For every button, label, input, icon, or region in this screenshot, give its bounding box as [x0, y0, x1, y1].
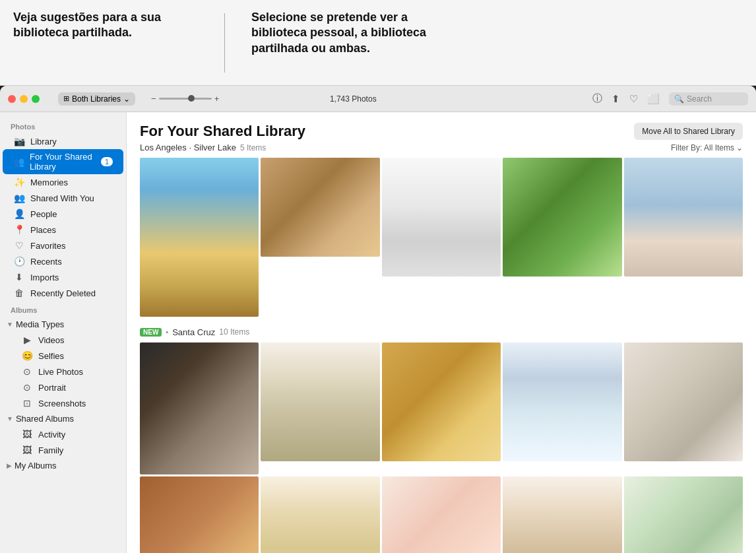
sidebar-item-library[interactable]: 📷 Library [3, 133, 123, 149]
sidebar-item-for-shared-library[interactable]: 👥 For Your Shared Library 1 [3, 149, 123, 174]
sidebar-imports-label: Imports [30, 273, 59, 282]
sidebar-item-imports[interactable]: ⬇ Imports [3, 269, 123, 285]
traffic-lights [8, 95, 40, 103]
sidebar-recents-label: Recents [30, 257, 62, 267]
shared-albums-chevron: ▼ [7, 415, 13, 422]
places-icon: 📍 [13, 224, 25, 235]
search-box[interactable]: 🔍 Search [669, 92, 748, 106]
tooltip-area: Veja sugestões para a sua biblioteca par… [0, 0, 756, 86]
filter-chevron: ⌄ [736, 143, 743, 152]
sidebar-group-media-types[interactable]: ▼ Media Types [0, 317, 126, 332]
sidebar-selfies-label: Selfies [38, 351, 64, 361]
photo-item[interactable] [140, 342, 259, 474]
screenshots-icon: ⊡ [21, 398, 33, 408]
section1-count: 5 Items [240, 143, 266, 152]
heart-icon[interactable]: ♡ [629, 93, 638, 105]
filter-selector[interactable]: Filter By: All Items ⌄ [671, 143, 743, 152]
photo-item[interactable] [624, 342, 743, 461]
sidebar-item-places[interactable]: 📍 Places [3, 222, 123, 238]
photo-item[interactable] [261, 158, 379, 257]
sidebar-item-portrait[interactable]: ⊙ Portrait [3, 379, 123, 395]
zoom-slider[interactable] [159, 98, 212, 100]
sidebar-item-activity[interactable]: 🖼 Activity [3, 426, 123, 442]
section2-label: NEW • Santa Cruz 10 Items [140, 327, 743, 337]
photo-grid-section2-row2 [140, 476, 743, 553]
section2-count: 10 Items [219, 327, 249, 337]
sidebar-item-people[interactable]: 👤 People [3, 206, 123, 222]
photo-item[interactable] [382, 476, 501, 553]
photo-item[interactable] [140, 476, 259, 553]
section2-location: Santa Cruz [172, 327, 215, 337]
people-icon: 👤 [13, 209, 25, 219]
content-panel: For Your Shared Library Move All to Shar… [127, 112, 756, 553]
sidebar-shared-with-you-label: Shared With You [30, 193, 94, 203]
recently-deleted-icon: 🗑 [13, 288, 25, 298]
photo-item[interactable] [261, 342, 379, 461]
imports-icon: ⬇ [13, 272, 25, 282]
sidebar-people-label: People [30, 209, 57, 219]
photo-item[interactable] [382, 342, 501, 461]
shared-albums-label: Shared Albums [16, 414, 74, 424]
close-button[interactable] [8, 95, 16, 103]
library-selector[interactable]: ⊞ Both Libraries ⌄ [58, 92, 135, 106]
activity-icon: 🖼 [21, 429, 33, 439]
sidebar-group-my-albums[interactable]: ▶ My Albums [0, 458, 126, 473]
sidebar-group-shared-albums[interactable]: ▼ Shared Albums [0, 411, 126, 426]
tooltip-right: Selecione se pretende ver a biblioteca p… [251, 10, 436, 56]
photo-count: 1,743 Photos [330, 94, 377, 104]
sidebar-favorites-label: Favorites [30, 241, 65, 251]
sidebar-library-label: Library [30, 137, 57, 146]
minimize-button[interactable] [20, 95, 28, 103]
library-icon: ⊞ [63, 94, 69, 103]
move-all-button[interactable]: Move All to Shared Library [634, 123, 743, 140]
maximize-button[interactable] [32, 95, 40, 103]
main-content: Photos 📷 Library 👥 For Your Shared Libra… [0, 112, 756, 553]
sidebar-videos-label: Videos [38, 335, 65, 345]
section1-label: Los Angeles · Silver Lake 5 Items Filter… [140, 143, 743, 152]
photo-item[interactable] [503, 158, 621, 276]
photo-item[interactable] [140, 158, 259, 317]
rotate-icon[interactable]: ⬜ [647, 93, 660, 105]
sidebar-item-memories[interactable]: ✨ Memories [3, 174, 123, 190]
zoom-plus-icon[interactable]: + [214, 94, 220, 104]
photo-item[interactable] [503, 342, 621, 461]
selfies-icon: 😊 [21, 350, 33, 361]
sidebar-recently-deleted-label: Recently Deleted [30, 288, 96, 298]
sidebar: Photos 📷 Library 👥 For Your Shared Libra… [0, 112, 127, 553]
sidebar-item-live-photos[interactable]: ⊙ Live Photos [3, 364, 123, 379]
sidebar-screenshots-label: Screenshots [38, 399, 86, 408]
content-header: For Your Shared Library Move All to Shar… [140, 123, 743, 140]
family-icon: 🖼 [21, 445, 33, 455]
recents-icon: 🕐 [13, 256, 25, 267]
sidebar-item-shared-with-you[interactable]: 👥 Shared With You [3, 190, 123, 206]
sidebar-family-label: Family [38, 445, 63, 455]
photo-item[interactable] [382, 158, 501, 276]
sidebar-item-selfies[interactable]: 😊 Selfies [3, 348, 123, 364]
sidebar-item-recently-deleted[interactable]: 🗑 Recently Deleted [3, 285, 123, 301]
page-title: For Your Shared Library [140, 123, 305, 140]
shared-with-you-icon: 👥 [13, 193, 25, 203]
sidebar-item-recents[interactable]: 🕐 Recents [3, 253, 123, 269]
sidebar-item-screenshots[interactable]: ⊡ Screenshots [3, 395, 123, 411]
live-photos-icon: ⊙ [21, 366, 33, 377]
info-icon[interactable]: ⓘ [592, 92, 602, 105]
sidebar-item-family[interactable]: 🖼 Family [3, 442, 123, 458]
library-selector-label: Both Libraries [72, 94, 121, 104]
photo-item[interactable] [261, 476, 379, 553]
chevron-icon: ▼ [7, 321, 13, 328]
albums-section-label: Albums [0, 301, 126, 317]
sidebar-memories-label: Memories [30, 178, 68, 187]
photo-item[interactable] [624, 476, 743, 553]
zoom-thumb [188, 95, 195, 102]
media-types-label: Media Types [16, 319, 64, 329]
share-icon[interactable]: ⬆ [612, 93, 620, 105]
photo-grid-section2-row1 [140, 342, 743, 474]
photo-item[interactable] [503, 476, 621, 553]
my-albums-chevron: ▶ [7, 462, 12, 469]
search-label: Search [687, 94, 712, 104]
sidebar-item-videos[interactable]: ▶ Videos [3, 332, 123, 348]
photo-grid-section1 [140, 158, 743, 317]
sidebar-item-favorites[interactable]: ♡ Favorites [3, 238, 123, 253]
zoom-minus-icon[interactable]: − [151, 94, 156, 104]
photo-item[interactable] [624, 158, 743, 276]
